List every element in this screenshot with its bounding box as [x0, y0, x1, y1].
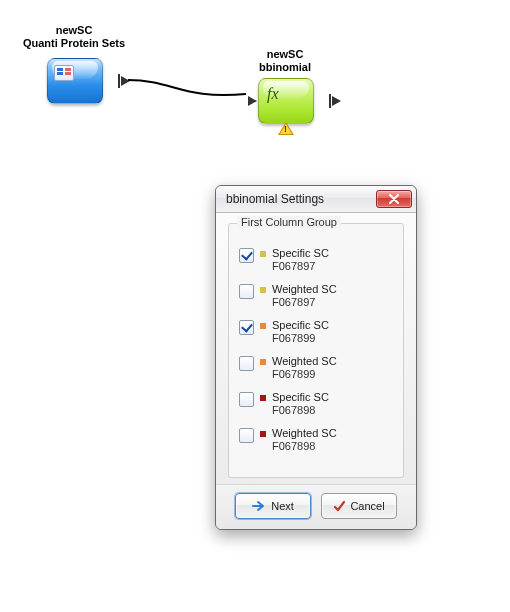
- option-sublabel: F067898: [272, 404, 329, 417]
- input-port-icon[interactable]: [248, 96, 257, 106]
- dialog-title: bbinomial Settings: [226, 192, 376, 206]
- table-icon: [54, 65, 74, 81]
- dialog-titlebar[interactable]: bbinomial Settings: [216, 186, 416, 213]
- node-func-label: newSC bbinomial: [245, 48, 325, 74]
- settings-dialog: bbinomial Settings First Column Group Sp…: [215, 185, 417, 530]
- column-option[interactable]: Weighted SCF067897: [239, 283, 393, 309]
- node-source-label: newSC Quanti Protein Sets: [14, 24, 134, 50]
- next-button-label: Next: [271, 500, 294, 512]
- color-swatch-icon: [260, 359, 266, 365]
- option-sublabel: F067899: [272, 368, 337, 381]
- node-source-title-1: newSC: [14, 24, 134, 37]
- dialog-footer: Next Cancel: [216, 484, 416, 529]
- column-option[interactable]: Specific SCF067897: [239, 247, 393, 273]
- node-source[interactable]: [47, 58, 103, 104]
- color-swatch-icon: [260, 323, 266, 329]
- node-source-title-2: Quanti Protein Sets: [14, 37, 134, 50]
- column-option[interactable]: Specific SCF067899: [239, 319, 393, 345]
- output-port-icon[interactable]: [121, 76, 130, 86]
- warning-mark: !: [284, 124, 287, 134]
- checkbox[interactable]: [239, 392, 254, 407]
- column-option[interactable]: Specific SCF067898: [239, 391, 393, 417]
- option-text: Specific SCF067899: [272, 319, 329, 345]
- fx-icon: fx: [267, 85, 279, 103]
- option-text: Weighted SCF067899: [272, 355, 337, 381]
- output-port-separator: [118, 74, 120, 88]
- check-cancel-icon: [333, 500, 345, 512]
- node-func-title-2: bbinomial: [245, 61, 325, 74]
- checkbox[interactable]: [239, 284, 254, 299]
- option-sublabel: F067899: [272, 332, 329, 345]
- connection-wire: [128, 70, 258, 110]
- color-swatch-icon: [260, 431, 266, 437]
- next-button[interactable]: Next: [235, 493, 311, 519]
- group-title: First Column Group: [237, 216, 341, 228]
- option-label: Specific SC: [272, 247, 329, 260]
- column-option[interactable]: Weighted SCF067898: [239, 427, 393, 453]
- option-sublabel: F067898: [272, 440, 337, 453]
- option-text: Specific SCF067897: [272, 247, 329, 273]
- option-text: Specific SCF067898: [272, 391, 329, 417]
- option-label: Specific SC: [272, 391, 329, 404]
- arrow-right-icon: [252, 500, 266, 512]
- close-icon: [388, 194, 400, 204]
- checkbox[interactable]: [239, 428, 254, 443]
- dialog-body: First Column Group Specific SCF067897Wei…: [216, 213, 416, 484]
- node-func-title-1: newSC: [245, 48, 325, 61]
- close-button[interactable]: [376, 190, 412, 208]
- option-text: Weighted SCF067897: [272, 283, 337, 309]
- checkbox[interactable]: [239, 248, 254, 263]
- option-sublabel: F067897: [272, 260, 329, 273]
- cancel-button-label: Cancel: [350, 500, 384, 512]
- option-label: Weighted SC: [272, 283, 337, 296]
- column-group-box: First Column Group Specific SCF067897Wei…: [228, 223, 404, 478]
- checkbox[interactable]: [239, 356, 254, 371]
- cancel-button[interactable]: Cancel: [321, 493, 397, 519]
- workflow-canvas: newSC Quanti Protein Sets newSC bbinomia…: [0, 0, 510, 612]
- option-sublabel: F067897: [272, 296, 337, 309]
- option-text: Weighted SCF067898: [272, 427, 337, 453]
- column-option[interactable]: Weighted SCF067899: [239, 355, 393, 381]
- option-label: Weighted SC: [272, 355, 337, 368]
- output-port-separator: [329, 94, 331, 108]
- option-label: Weighted SC: [272, 427, 337, 440]
- node-func[interactable]: fx !: [258, 78, 314, 124]
- color-swatch-icon: [260, 395, 266, 401]
- color-swatch-icon: [260, 251, 266, 257]
- option-label: Specific SC: [272, 319, 329, 332]
- checkbox[interactable]: [239, 320, 254, 335]
- output-port-icon[interactable]: [332, 96, 341, 106]
- color-swatch-icon: [260, 287, 266, 293]
